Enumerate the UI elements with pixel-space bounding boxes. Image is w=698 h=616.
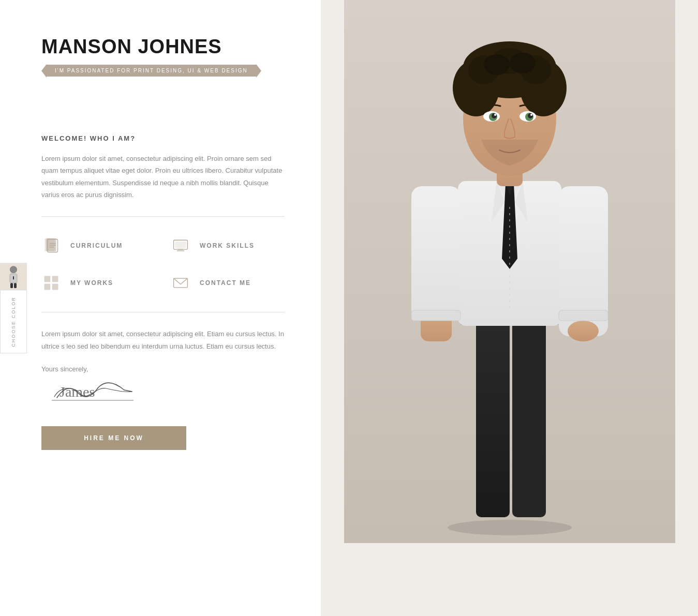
svg-rect-25 [512,321,546,517]
svg-rect-15 [44,276,51,282]
svg-point-40 [568,321,599,341]
header-section: MANSON JOHNES I'M PASSIONATED FOR PRINT … [41,26,285,78]
contact-me-icon [171,273,190,293]
who-paragraph: Lorem ipsum dolor sit amet, consectetur … [41,153,285,201]
svg-point-50 [484,54,510,75]
svg-point-0 [10,266,17,273]
svg-point-56 [492,113,497,118]
signature-svg: James [41,377,145,405]
svg-rect-36 [411,186,461,321]
person-illustration [344,0,675,543]
photo-container [321,0,698,616]
svg-point-59 [530,114,532,116]
svg-rect-61 [411,310,461,321]
nav-work-skills[interactable]: WORK SKILLS [171,230,285,262]
svg-rect-16 [52,276,58,282]
curriculum-icon [41,236,61,256]
color-chooser-thumbnail [0,263,27,290]
nav-curriculum[interactable]: CURRICULUM [41,230,155,262]
left-content-panel: MANSON JOHNES I'M PASSIONATED FOR PRINT … [0,0,321,616]
svg-rect-18 [52,284,58,290]
my-works-icon [41,273,61,293]
svg-rect-3 [10,283,13,288]
svg-point-57 [528,113,533,118]
who-heading: WELCOME! WHO I AM? [41,134,285,142]
svg-rect-62 [559,310,608,321]
svg-rect-12 [175,242,186,248]
svg-rect-24 [476,321,510,517]
curriculum-label: CURRICULUM [70,242,123,249]
my-works-label: MY WORKS [70,279,113,287]
svg-rect-4 [14,283,17,288]
tagline-right-arrow [256,64,261,78]
work-skills-label: WORK SKILLS [200,242,255,249]
top-divider [41,216,285,217]
nav-contact-me[interactable]: CONTACT ME [171,267,285,299]
nav-my-works[interactable]: MY WORKS [41,267,155,299]
who-section: WELCOME! WHO I AM? Lorem ipsum dolor sit… [41,124,285,201]
svg-point-23 [448,520,572,535]
yours-sincerely: Yours sincerely, [41,365,285,373]
svg-point-58 [494,114,496,116]
svg-rect-17 [44,284,51,290]
color-chooser-label: CHOOSE COLOR [11,290,16,353]
bottom-divider [41,312,285,312]
svg-point-51 [510,53,536,73]
tagline-text: I'M PASSIONATED FOR PRINT DESING, UI & W… [47,65,256,77]
bottom-section: Lorem ipsum dolor sit amet, consectetur … [41,328,285,405]
nav-grid: CURRICULUM WORK SKILLS [41,230,285,299]
person-name: MANSON JOHNES [41,36,285,58]
contact-me-label: CONTACT ME [200,279,251,287]
right-photo-area [321,0,698,616]
work-skills-icon [171,236,190,256]
tagline-left-arrow [41,64,47,78]
hire-me-button[interactable]: HIRE ME NOW [41,426,186,450]
svg-text:James: James [60,384,95,400]
color-chooser-panel[interactable]: CHOOSE COLOR [0,263,27,354]
bottom-paragraph: Lorem ipsum dolor sit amet, consectetur … [41,328,285,352]
tagline-banner: I'M PASSIONATED FOR PRINT DESING, UI & W… [41,64,285,78]
